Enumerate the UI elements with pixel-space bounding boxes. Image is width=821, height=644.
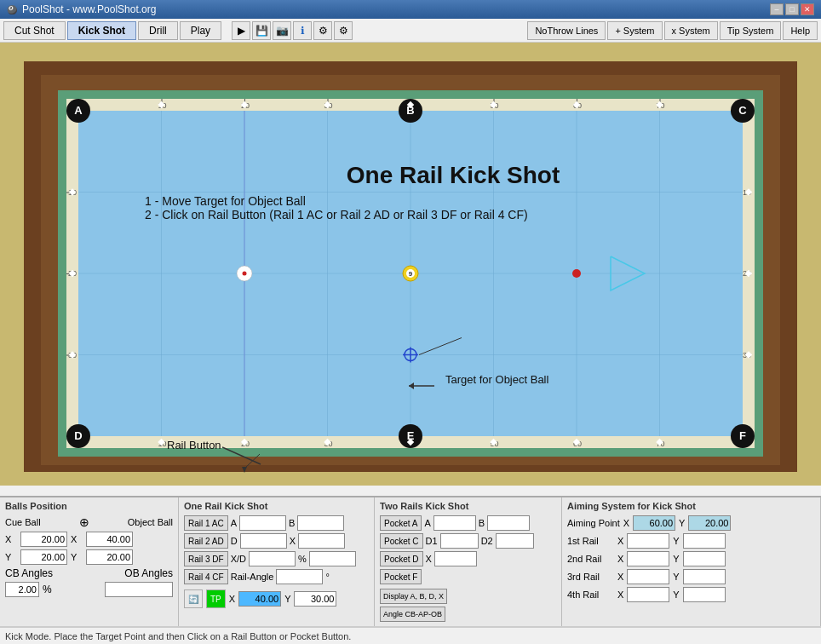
move-icon[interactable]: ⊕	[79, 515, 89, 529]
first-rail-x-lbl: X	[617, 536, 623, 546]
title-bar: 🎱 PoolShot - www.PoolShot.org – □ ✕	[0, 0, 821, 19]
toolbar: Cut Shot Kick Shot Drill Play ▶ 💾 📷 ℹ ⚙ …	[0, 19, 821, 43]
minimize-btn[interactable]: –	[770, 3, 784, 15]
aim-x-label: X	[623, 518, 629, 528]
fourth-rail-label: 4th Rail	[567, 589, 614, 600]
x-system-btn[interactable]: x System	[664, 21, 718, 40]
ob-y-label: Y	[71, 552, 83, 562]
aiming-section: Aiming System for Kick Shot Aiming Point…	[562, 497, 821, 626]
pa-a-field[interactable]	[433, 515, 476, 531]
ob-x-label: X	[71, 534, 83, 544]
x-coord-label: X	[229, 594, 235, 604]
refresh-icon-btn[interactable]: 🔄	[184, 589, 203, 608]
fourth-rail-x-lbl: X	[617, 589, 623, 600]
first-rail-x-field[interactable]	[627, 533, 669, 549]
rail3-pct-field[interactable]	[309, 551, 356, 566]
rail4-cf-btn[interactable]: Rail 4 CF	[184, 569, 228, 584]
aim-x-field[interactable]	[633, 515, 675, 531]
rail3-pct-lbl: %	[298, 554, 307, 564]
aim-y-field[interactable]	[688, 515, 731, 531]
pocket-f-btn[interactable]: Pocket F	[380, 569, 422, 584]
one-rail-title: One Rail Kick Shot	[184, 501, 369, 511]
one-rail-section: One Rail Kick Shot Rail 1 AC A B Rail 2 …	[179, 497, 375, 626]
pocket-c-btn[interactable]: Pocket C	[380, 533, 423, 549]
rail2-ad-btn[interactable]: Rail 2 AD	[184, 533, 228, 549]
rail4-angle-field[interactable]	[276, 569, 323, 584]
display-abcd-btn[interactable]: Display A, B, D, X	[380, 589, 447, 604]
angle-field[interactable]	[5, 582, 39, 597]
pa-b-field[interactable]	[487, 515, 530, 531]
second-rail-y-lbl: Y	[673, 554, 679, 564]
rail2-d-field[interactable]	[240, 533, 287, 549]
pd-x-lbl: X	[426, 554, 432, 564]
cb-y-label: Y	[5, 552, 17, 562]
rail2-x-field[interactable]	[298, 533, 345, 549]
tab-cut-shot[interactable]: Cut Shot	[3, 21, 66, 40]
rail3-xd-lbl: X/D	[231, 554, 246, 564]
two-rails-title: Two Rails Kick Shot	[380, 501, 556, 511]
third-rail-y-field[interactable]	[683, 569, 726, 584]
rail2-x-lbl: X	[290, 536, 296, 546]
play-icon-btn[interactable]: ▶	[232, 21, 250, 40]
camera-icon-btn[interactable]: 📷	[273, 21, 291, 40]
third-rail-x-lbl: X	[617, 572, 623, 582]
third-rail-y-lbl: Y	[673, 572, 679, 582]
save-icon-btn[interactable]: 💾	[252, 21, 271, 40]
aim-y-label: Y	[679, 518, 685, 528]
second-rail-x-field[interactable]	[627, 551, 669, 566]
plus-system-btn[interactable]: + System	[607, 21, 662, 40]
cb-x-field[interactable]	[20, 532, 67, 547]
app-icon: 🎱	[7, 5, 17, 14]
third-rail-x-field[interactable]	[627, 569, 669, 584]
fourth-rail-x-field[interactable]	[627, 587, 669, 602]
ob-y-field[interactable]	[86, 549, 133, 565]
no-throw-lines-btn[interactable]: NoThrow Lines	[527, 21, 606, 40]
help-btn[interactable]: Help	[783, 21, 818, 40]
y-coord-label: Y	[284, 594, 290, 604]
angle-cb-ap-ob-btn[interactable]: Angle CB-AP-OB	[380, 607, 445, 622]
rail4-deg-lbl: °	[325, 572, 329, 582]
rail1-ac-btn[interactable]: Rail 1 AC	[184, 515, 228, 531]
maximize-btn[interactable]: □	[785, 3, 799, 15]
tp-btn[interactable]: TP	[206, 589, 226, 608]
first-rail-label: 1st Rail	[567, 536, 614, 546]
first-rail-y-field[interactable]	[683, 533, 726, 549]
cb-y-field[interactable]	[20, 549, 67, 565]
first-rail-y-lbl: Y	[673, 536, 679, 546]
rail3-df-btn[interactable]: Rail 3 DF	[184, 551, 228, 566]
ob-angles-label: OB Angles	[124, 567, 173, 579]
tip-system-btn[interactable]: Tip System	[720, 21, 782, 40]
fourth-rail-y-lbl: Y	[673, 589, 679, 600]
second-rail-label: 2nd Rail	[567, 554, 614, 564]
pc-d1-lbl: D1	[426, 536, 438, 546]
app-title: PoolShot - www.PoolShot.org	[22, 3, 156, 15]
pc-d1-field[interactable]	[440, 533, 479, 549]
fourth-rail-y-field[interactable]	[683, 587, 726, 602]
pocket-a-btn[interactable]: Pocket A	[380, 515, 422, 531]
pd-x-field[interactable]	[434, 551, 477, 566]
x-coord-field[interactable]	[238, 591, 281, 607]
rail1-b-field[interactable]	[297, 515, 344, 531]
second-rail-y-field[interactable]	[683, 551, 726, 566]
status-text: Kick Mode. Place the Target Point and th…	[5, 631, 351, 641]
settings-icon-btn[interactable]: ⚙	[313, 21, 332, 40]
pa-a-lbl: A	[424, 518, 430, 528]
pocket-d-btn[interactable]: Pocket D	[380, 551, 423, 566]
pct-field[interactable]	[105, 582, 173, 597]
settings2-icon-btn[interactable]: ⚙	[334, 21, 353, 40]
pc-d2-lbl: D2	[481, 536, 493, 546]
ob-x-field[interactable]	[86, 532, 133, 547]
pc-d2-field[interactable]	[496, 533, 534, 549]
rail1-a-field[interactable]	[239, 515, 286, 531]
tab-play[interactable]: Play	[180, 21, 221, 40]
rail2-d-lbl: D	[231, 536, 238, 546]
close-btn[interactable]: ✕	[801, 3, 814, 15]
second-rail-x-lbl: X	[617, 554, 623, 564]
info-icon-btn[interactable]: ℹ	[293, 21, 312, 40]
rail3-xd-field[interactable]	[249, 551, 296, 566]
cb-angles-label: CB Angles	[5, 567, 53, 579]
tab-kick-shot[interactable]: Kick Shot	[67, 21, 136, 40]
aiming-title: Aiming System for Kick Shot	[567, 501, 815, 511]
y-coord-field[interactable]	[294, 591, 336, 607]
tab-drill[interactable]: Drill	[138, 21, 178, 40]
